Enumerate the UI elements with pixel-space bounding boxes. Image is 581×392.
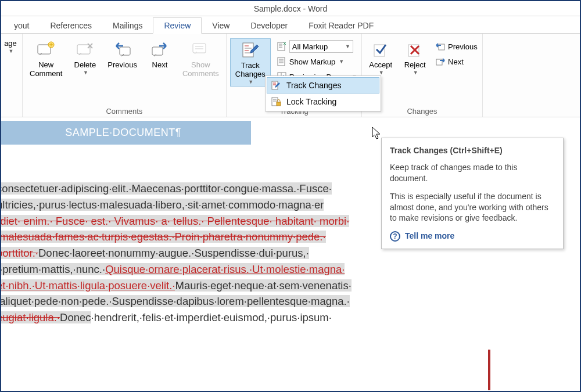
tab-layout[interactable]: yout xyxy=(3,18,40,33)
tooltip-body-2: This is especially useful if the documen… xyxy=(390,191,555,224)
track-changes-tooltip: Track Changes (Ctrl+Shift+E) Keep track … xyxy=(381,138,564,249)
chevron-down-icon: ▼ xyxy=(413,70,418,75)
tab-foxit[interactable]: Foxit Reader PDF xyxy=(298,18,384,33)
next-comment-button[interactable]: Next xyxy=(144,38,175,71)
new-comment-icon xyxy=(36,39,56,59)
language-button[interactable]: age ▼ xyxy=(1,38,20,55)
track-changes-small-icon xyxy=(270,80,282,91)
reject-icon xyxy=(405,39,425,59)
accept-button[interactable]: Accept ▼ xyxy=(364,38,397,77)
display-review-icon xyxy=(277,41,287,52)
next-change-icon xyxy=(435,57,446,66)
svg-rect-2 xyxy=(77,45,90,54)
mouse-cursor-icon xyxy=(372,127,382,141)
show-markup-icon xyxy=(277,56,287,67)
show-markup-button[interactable]: Show Markup▼ xyxy=(274,55,360,69)
track-changes-menu: Track Changes Lock Tracking xyxy=(265,75,381,112)
tooltip-body-1: Keep track of changes made to this docum… xyxy=(390,162,555,184)
menu-track-changes[interactable]: Track Changes xyxy=(267,77,379,93)
svg-rect-13 xyxy=(278,42,285,51)
document-heading: SAMPLE·DOCUMENT¶ xyxy=(1,121,251,145)
chevron-down-icon: ▼ xyxy=(248,79,253,85)
accept-icon xyxy=(371,39,390,59)
svg-rect-5 xyxy=(193,44,206,53)
document-body[interactable]: consectetuer·adipiscing·elit.·Maecenas·p… xyxy=(1,145,403,326)
display-review-combo[interactable]: All Markup▼ xyxy=(274,39,360,53)
menu-lock-tracking[interactable]: Lock Tracking xyxy=(267,93,379,110)
next-icon xyxy=(150,39,170,59)
svg-rect-17 xyxy=(374,45,385,56)
show-comments-button: Show Comments xyxy=(178,38,224,80)
new-comment-button[interactable]: New Comment xyxy=(25,38,67,80)
previous-change-button[interactable]: Previous xyxy=(433,39,480,53)
next-change-button[interactable]: Next xyxy=(433,55,480,69)
svg-rect-14 xyxy=(278,57,285,66)
help-icon: ? xyxy=(390,231,400,242)
title-bar: Sample.docx - Word xyxy=(1,1,580,16)
svg-rect-23 xyxy=(277,102,281,106)
previous-icon xyxy=(113,39,132,59)
tab-view[interactable]: View xyxy=(202,18,240,33)
revision-bar xyxy=(488,350,490,390)
track-changes-icon xyxy=(241,40,260,60)
tooltip-title: Track Changes (Ctrl+Shift+E) xyxy=(390,145,555,156)
lock-tracking-icon xyxy=(270,96,282,107)
previous-comment-button[interactable]: Previous xyxy=(103,38,142,71)
chevron-down-icon: ▼ xyxy=(83,70,88,75)
group-label-changes: Changes xyxy=(364,106,479,117)
show-comments-icon xyxy=(191,39,210,59)
tab-references[interactable]: References xyxy=(40,18,102,33)
delete-comment-button[interactable]: Delete ▼ xyxy=(69,38,101,77)
delete-comment-icon xyxy=(75,39,95,59)
ribbon-tabs: yout References Mailings Review View Dev… xyxy=(1,16,580,34)
chevron-down-icon: ▼ xyxy=(9,48,14,54)
group-label-comments: Comments xyxy=(25,106,224,117)
previous-change-icon xyxy=(435,42,446,51)
tab-mailings[interactable]: Mailings xyxy=(102,18,153,33)
tab-review[interactable]: Review xyxy=(153,17,202,34)
svg-rect-3 xyxy=(120,47,130,55)
chevron-down-icon: ▼ xyxy=(379,70,384,75)
group-comments: New Comment Delete ▼ Previous Next xyxy=(23,34,227,117)
tell-me-more-link[interactable]: ? Tell me more xyxy=(390,231,555,242)
tab-developer[interactable]: Developer xyxy=(240,18,298,33)
svg-rect-4 xyxy=(152,47,163,55)
reject-button[interactable]: Reject ▼ xyxy=(399,38,431,77)
window-title: Sample.docx - Word xyxy=(254,4,328,13)
